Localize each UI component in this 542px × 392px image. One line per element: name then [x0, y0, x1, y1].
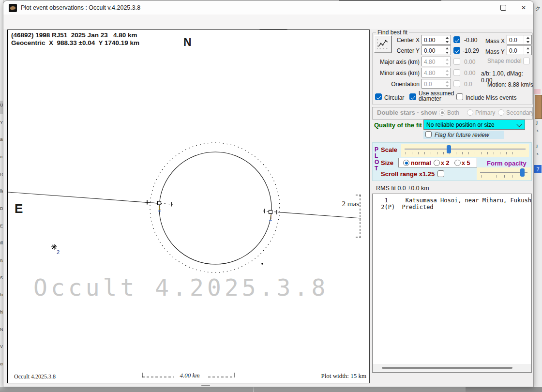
center-x-value[interactable]: 0.00: [422, 35, 443, 44]
include-miss-events-checkbox[interactable]: [456, 93, 463, 100]
use-assumed-diameter-label[interactable]: Use assumed diameter: [419, 91, 454, 102]
circular-label[interactable]: Circular: [384, 94, 404, 101]
observation-row[interactable]: 1 Katsumasa Hosoi, near Miharu, Fukushim…: [377, 197, 532, 204]
form-opacity-thumb[interactable]: [520, 168, 525, 177]
horizontal-scrollbar-thumb[interactable]: [201, 385, 210, 386]
double-stars-title: Double stars - show: [377, 109, 437, 116]
size-normal-radio[interactable]: [403, 160, 409, 166]
center-x-spin-buttons[interactable]: [443, 35, 451, 44]
shape-model-checkbox: [523, 58, 530, 64]
scale-slider[interactable]: [401, 144, 529, 157]
size-x5-label[interactable]: x 5: [462, 160, 470, 166]
mass-x-value[interactable]: 0.0: [507, 35, 524, 44]
title-bar[interactable]: Plot event observations : Occult v.4.202…: [3, 1, 533, 15]
close-button[interactable]: ✕: [513, 1, 534, 15]
plot-panel-letter: O: [375, 159, 380, 166]
plot-panel-letter: P: [375, 146, 380, 153]
star2-number: 2: [57, 249, 60, 255]
minimize-icon: [478, 8, 482, 8]
fitted-body-circle: [159, 152, 271, 264]
bg-pink-fragment: [534, 89, 541, 94]
major-axis-spin-buttons: [443, 57, 451, 66]
taskbar-strip: [0, 387, 542, 392]
plot-canvas[interactable]: Occult 4.2025.3.8 1 1: [7, 30, 370, 383]
bg-tan-fragment: [535, 95, 542, 119]
double-both-radio: [439, 109, 445, 116]
center-x-checkbox[interactable]: [453, 36, 460, 43]
center-x-spinner[interactable]: 0.00: [422, 35, 451, 45]
minor-axis-check-value: 0.00: [464, 70, 475, 76]
observation-row[interactable]: 2(P) Predicted: [377, 204, 434, 211]
scale-slider-ticks: [406, 152, 525, 154]
minor-axis-value: 4.80: [422, 68, 443, 77]
bg-fragment: s: [537, 151, 539, 156]
close-icon: ✕: [521, 4, 526, 11]
minor-axis-spin-buttons: [443, 68, 451, 77]
size-x2-radio[interactable]: [434, 160, 440, 166]
center-y-spinner[interactable]: 0.00: [422, 45, 451, 55]
maximize-button[interactable]: [493, 1, 514, 15]
bg-fragment: s: [537, 128, 539, 133]
scroll-range-checkbox[interactable]: [437, 170, 444, 177]
mass-y-label: Mass Y: [485, 48, 505, 55]
size-normal-label[interactable]: normal: [411, 160, 431, 166]
scale-slider-thumb[interactable]: [447, 145, 451, 153]
taskbar-divider: [253, 387, 254, 392]
chord1-disappearance-marker[interactable]: [158, 201, 161, 205]
shape-model-label: Shape model: [487, 58, 522, 64]
form-opacity-ticks: [481, 175, 527, 178]
plot-footer-version: Occult 4.2025.3.8: [14, 373, 56, 380]
plot-panel-letter: T: [375, 165, 380, 172]
scale-slider-track[interactable]: [405, 149, 526, 150]
mass-x-spinner[interactable]: 0.0: [507, 35, 532, 45]
flag-review-label[interactable]: Flag for future review: [435, 132, 489, 138]
scalebar-km-label: 4.00 km: [174, 372, 206, 379]
center-y-offset: -10.29: [463, 47, 479, 54]
mass-y-spinner[interactable]: 0.0: [507, 45, 532, 55]
double-secondary-radio: [498, 109, 504, 116]
quality-label: Quality of the fit: [374, 121, 422, 129]
quality-value[interactable]: No reliable position or size: [426, 121, 495, 128]
double-primary-label: Primary: [475, 109, 495, 116]
mas-scale-label: 2 mas: [325, 200, 359, 208]
orientation-value: 0.0: [422, 79, 443, 88]
scroll-range-label[interactable]: Scroll range x1.25: [381, 170, 435, 178]
center-y-value[interactable]: 0.00: [422, 46, 443, 55]
include-miss-events-label[interactable]: Include Miss events: [466, 94, 516, 101]
orientation-label: Orientation: [368, 81, 420, 88]
bg-fragment: J: [536, 120, 538, 126]
scale-label: Scale: [381, 146, 397, 153]
major-axis-checkbox: [453, 58, 460, 65]
chord1-reappearance-marker[interactable]: [269, 211, 272, 214]
major-axis-spinner: 4.80: [422, 57, 451, 66]
orientation-checkbox: [453, 80, 460, 87]
minimize-button[interactable]: [469, 1, 491, 15]
size-label: Size: [381, 159, 393, 166]
use-assumed-diameter-checkbox[interactable]: [409, 93, 416, 100]
observations-listbox[interactable]: 1 Katsumasa Hosoi, near Miharu, Fukushim…: [372, 194, 532, 373]
major-axis-check-value: 0.00: [464, 59, 475, 65]
form-opacity-slider[interactable]: [477, 167, 531, 180]
quality-combo[interactable]: No reliable position or size: [423, 120, 525, 130]
size-x2-label[interactable]: x 2: [441, 160, 449, 166]
double-primary-radio: [467, 109, 473, 116]
chevron-down-icon[interactable]: [516, 121, 522, 127]
minor-axis-spinner: 4.80: [422, 68, 451, 77]
center-y-label: Center Y: [383, 47, 420, 54]
find-best-fit-title: Find best fit: [376, 29, 409, 36]
center-x-offset: -0.80: [464, 37, 477, 44]
plot-panel-letter: L: [375, 152, 380, 159]
flag-review-checkbox[interactable]: [425, 131, 432, 137]
list-scrollbar-thumb[interactable]: [382, 367, 512, 369]
center-y-checkbox[interactable]: [453, 47, 460, 54]
dotted-circle: [150, 143, 280, 272]
mass-y-spin-buttons[interactable]: [524, 46, 531, 55]
size-x5-radio[interactable]: [454, 160, 461, 166]
circular-checkbox[interactable]: [375, 93, 382, 100]
plot-dot: [261, 263, 263, 265]
center-y-spin-buttons[interactable]: [443, 46, 451, 55]
chord1-number-label: 1: [270, 214, 272, 220]
list-horizontal-scrollbar[interactable]: [373, 364, 531, 372]
mass-y-value[interactable]: 0.0: [507, 46, 524, 55]
mass-x-spin-buttons[interactable]: [524, 35, 531, 44]
